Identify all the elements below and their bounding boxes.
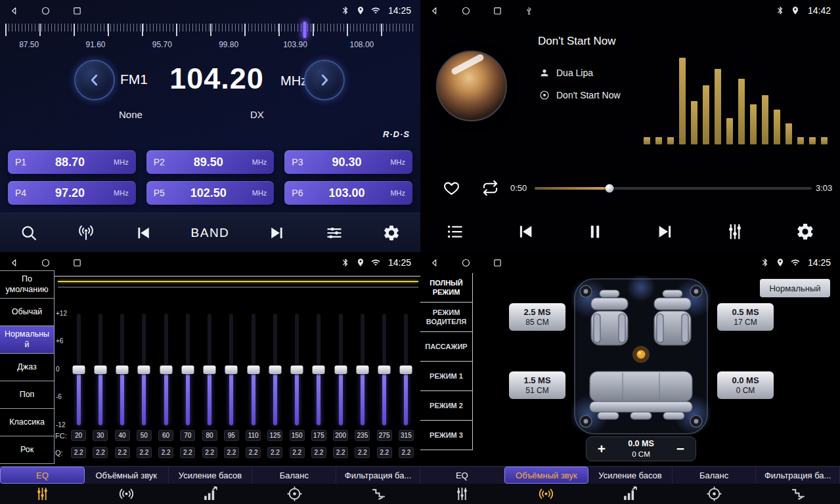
mixer-icon[interactable] bbox=[725, 222, 745, 242]
tab-bass-boost[interactable]: Усиление басов bbox=[169, 467, 253, 484]
tab-bass-boost[interactable]: Усиление басов bbox=[588, 467, 673, 484]
eq-band-slider[interactable] bbox=[330, 314, 351, 425]
eq-slider-handle[interactable] bbox=[334, 366, 347, 374]
station-scan-icon[interactable] bbox=[77, 224, 95, 242]
settings-gear-icon[interactable] bbox=[382, 224, 401, 242]
eq-preset-item[interactable]: По умолчанию bbox=[0, 271, 54, 299]
surround-mode-item[interactable]: ПОЛНЫЙ РЕЖИМ bbox=[420, 273, 472, 303]
surround-sound-icon[interactable] bbox=[84, 484, 168, 504]
eq-preset-item[interactable]: Нормальный bbox=[0, 326, 54, 354]
preset-button-p5[interactable]: P5102.50MHz bbox=[146, 181, 275, 205]
eq-band-slider[interactable] bbox=[199, 314, 221, 425]
eq-band-slider[interactable] bbox=[68, 314, 89, 425]
surround-mode-item[interactable]: РЕЖИМ ВОДИТЕЛЯ bbox=[420, 303, 472, 332]
bass-boost-icon[interactable] bbox=[168, 484, 252, 504]
eq-band-slider[interactable] bbox=[155, 314, 177, 425]
preset-button-p4[interactable]: P497.20MHz bbox=[8, 181, 136, 205]
eq-band-slider[interactable] bbox=[395, 314, 417, 425]
tab-balance[interactable]: Баланс bbox=[252, 467, 336, 484]
eq-preset-item[interactable]: Джаз bbox=[0, 354, 54, 381]
recents-icon[interactable] bbox=[72, 258, 82, 268]
eq-band-slider[interactable] bbox=[242, 314, 264, 425]
eq-preset-item[interactable]: Поп bbox=[0, 381, 54, 409]
back-icon[interactable] bbox=[430, 258, 439, 268]
tab-eq[interactable]: EQ bbox=[420, 467, 504, 484]
eq-band-slider[interactable] bbox=[308, 314, 330, 425]
rear-left-delay-button[interactable]: 1.5 MS 51 CM bbox=[509, 371, 565, 399]
front-right-delay-button[interactable]: 0.5 MS 17 CM bbox=[717, 303, 774, 331]
eq-slider-handle[interactable] bbox=[400, 366, 412, 374]
eq-sliders-icon[interactable] bbox=[420, 484, 504, 504]
eq-slider-handle[interactable] bbox=[138, 366, 150, 374]
recents-icon[interactable] bbox=[72, 6, 82, 16]
preset-button-p2[interactable]: P289.50MHz bbox=[146, 150, 275, 174]
preset-button-p6[interactable]: P6103.00MHz bbox=[284, 181, 412, 205]
tab-eq[interactable]: EQ bbox=[0, 467, 85, 484]
eq-slider-handle[interactable] bbox=[313, 366, 325, 374]
eq-band-slider[interactable] bbox=[264, 314, 286, 425]
home-icon[interactable] bbox=[41, 6, 51, 16]
preset-button-p3[interactable]: P390.30MHz bbox=[284, 150, 412, 174]
eq-slider-handle[interactable] bbox=[94, 366, 106, 374]
eq-band-slider[interactable] bbox=[221, 314, 242, 425]
previous-station-icon[interactable] bbox=[134, 224, 152, 242]
eq-band-slider[interactable] bbox=[177, 314, 198, 425]
band-button[interactable]: BAND bbox=[191, 226, 230, 240]
tune-down-button[interactable] bbox=[74, 60, 115, 100]
front-left-delay-button[interactable]: 2.5 MS 85 CM bbox=[509, 303, 565, 331]
tab-balance[interactable]: Баланс bbox=[673, 467, 757, 484]
eq-preset-item[interactable]: Рок bbox=[0, 436, 54, 464]
next-station-icon[interactable] bbox=[268, 224, 286, 242]
playlist-icon[interactable] bbox=[445, 222, 465, 242]
preset-button-p1[interactable]: P188.70MHz bbox=[8, 150, 136, 174]
home-icon[interactable] bbox=[41, 258, 51, 268]
eq-preset-item[interactable]: Классика bbox=[0, 409, 54, 436]
balance-icon[interactable] bbox=[252, 484, 336, 504]
eq-slider-handle[interactable] bbox=[181, 366, 194, 374]
settings-gear-icon[interactable] bbox=[795, 222, 815, 242]
decrease-delay-button[interactable]: − bbox=[673, 441, 688, 457]
balance-icon[interactable] bbox=[672, 484, 756, 504]
back-icon[interactable] bbox=[9, 6, 19, 16]
rear-right-delay-button[interactable]: 0.0 MS 0 CM bbox=[717, 371, 774, 399]
surround-mode-item[interactable]: ПАССАЖИР bbox=[420, 332, 472, 362]
previous-track-icon[interactable] bbox=[516, 222, 535, 242]
repeat-icon[interactable] bbox=[481, 179, 499, 197]
eq-band-slider[interactable] bbox=[374, 314, 395, 425]
audio-settings-icon[interactable] bbox=[325, 224, 343, 242]
eq-band-slider[interactable] bbox=[351, 314, 373, 425]
home-icon[interactable] bbox=[461, 6, 471, 16]
favorite-heart-icon[interactable] bbox=[443, 179, 460, 197]
search-icon[interactable] bbox=[20, 224, 38, 242]
eq-slider-handle[interactable] bbox=[378, 366, 391, 374]
tune-up-button[interactable] bbox=[304, 60, 345, 100]
eq-band-slider[interactable] bbox=[133, 314, 155, 425]
surround-mode-item[interactable]: РЕЖИМ 3 bbox=[420, 421, 472, 450]
eq-band-slider[interactable] bbox=[112, 314, 133, 425]
filter-icon[interactable] bbox=[756, 484, 840, 504]
eq-slider-handle[interactable] bbox=[247, 366, 259, 374]
filter-icon[interactable] bbox=[336, 484, 420, 504]
tab-surround-sound[interactable]: Объёмный звук bbox=[85, 467, 169, 484]
back-icon[interactable] bbox=[430, 6, 439, 16]
surround-sound-icon[interactable] bbox=[504, 484, 588, 504]
recents-icon[interactable] bbox=[493, 258, 502, 268]
eq-band-slider[interactable] bbox=[286, 314, 308, 425]
eq-slider-handle[interactable] bbox=[204, 366, 216, 374]
seek-bar[interactable] bbox=[535, 187, 812, 190]
tab-filter[interactable]: Фильтрация ба... bbox=[756, 467, 840, 484]
eq-slider-handle[interactable] bbox=[269, 366, 281, 374]
surround-mode-item[interactable]: РЕЖИМ 2 bbox=[420, 391, 472, 421]
eq-band-slider[interactable] bbox=[89, 314, 111, 425]
tab-surround-sound[interactable]: Объёмный звук bbox=[504, 467, 589, 484]
next-track-icon[interactable] bbox=[655, 222, 675, 242]
eq-preset-item[interactable]: Обычай bbox=[0, 299, 54, 326]
eq-sliders-icon[interactable] bbox=[0, 484, 84, 504]
eq-slider-handle[interactable] bbox=[72, 366, 85, 374]
frequency-scale[interactable]: 87.5091.6095.7099.80103.90108.00 bbox=[5, 24, 415, 52]
back-icon[interactable] bbox=[9, 258, 19, 268]
eq-slider-handle[interactable] bbox=[160, 366, 172, 374]
increase-delay-button[interactable]: + bbox=[594, 441, 609, 457]
seek-thumb[interactable] bbox=[605, 184, 613, 193]
eq-slider-handle[interactable] bbox=[225, 366, 238, 374]
